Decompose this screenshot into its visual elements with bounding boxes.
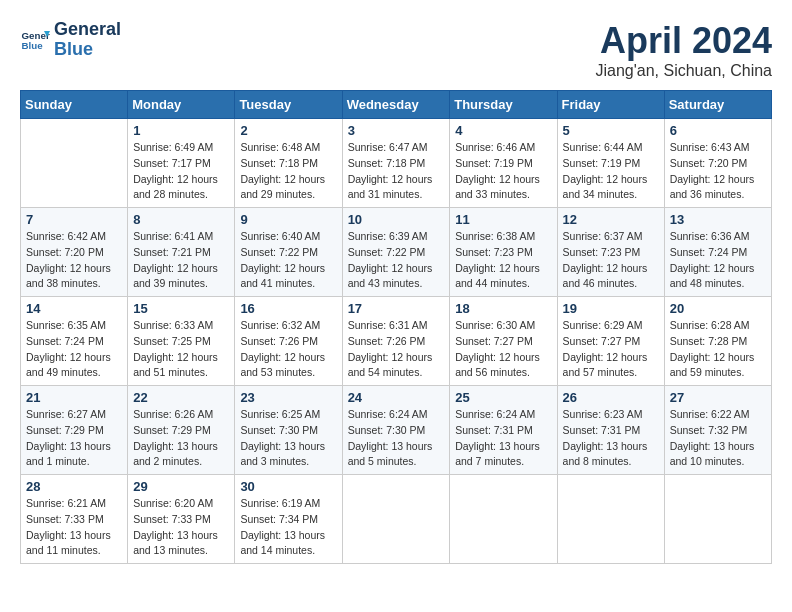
- day-info: Sunrise: 6:26 AMSunset: 7:29 PMDaylight:…: [133, 407, 229, 470]
- day-info: Sunrise: 6:39 AMSunset: 7:22 PMDaylight:…: [348, 229, 445, 292]
- day-info: Sunrise: 6:36 AMSunset: 7:24 PMDaylight:…: [670, 229, 766, 292]
- day-number: 10: [348, 212, 445, 227]
- weekday-header: Thursday: [450, 91, 557, 119]
- calendar-table: SundayMondayTuesdayWednesdayThursdayFrid…: [20, 90, 772, 564]
- calendar-cell: 3Sunrise: 6:47 AMSunset: 7:18 PMDaylight…: [342, 119, 450, 208]
- day-number: 12: [563, 212, 659, 227]
- day-number: 21: [26, 390, 122, 405]
- month-title: April 2024: [595, 20, 772, 62]
- calendar-cell: 21Sunrise: 6:27 AMSunset: 7:29 PMDayligh…: [21, 386, 128, 475]
- day-number: 23: [240, 390, 336, 405]
- day-info: Sunrise: 6:41 AMSunset: 7:21 PMDaylight:…: [133, 229, 229, 292]
- day-info: Sunrise: 6:35 AMSunset: 7:24 PMDaylight:…: [26, 318, 122, 381]
- day-number: 29: [133, 479, 229, 494]
- calendar-cell: 23Sunrise: 6:25 AMSunset: 7:30 PMDayligh…: [235, 386, 342, 475]
- day-info: Sunrise: 6:22 AMSunset: 7:32 PMDaylight:…: [670, 407, 766, 470]
- calendar-cell: 10Sunrise: 6:39 AMSunset: 7:22 PMDayligh…: [342, 208, 450, 297]
- day-number: 24: [348, 390, 445, 405]
- logo: General Blue General Blue: [20, 20, 121, 60]
- day-number: 13: [670, 212, 766, 227]
- calendar-cell: 7Sunrise: 6:42 AMSunset: 7:20 PMDaylight…: [21, 208, 128, 297]
- calendar-cell: 30Sunrise: 6:19 AMSunset: 7:34 PMDayligh…: [235, 475, 342, 564]
- day-info: Sunrise: 6:37 AMSunset: 7:23 PMDaylight:…: [563, 229, 659, 292]
- svg-text:Blue: Blue: [22, 40, 44, 51]
- day-info: Sunrise: 6:33 AMSunset: 7:25 PMDaylight:…: [133, 318, 229, 381]
- day-number: 30: [240, 479, 336, 494]
- calendar-cell: 6Sunrise: 6:43 AMSunset: 7:20 PMDaylight…: [664, 119, 771, 208]
- day-info: Sunrise: 6:19 AMSunset: 7:34 PMDaylight:…: [240, 496, 336, 559]
- day-number: 6: [670, 123, 766, 138]
- calendar-cell: 2Sunrise: 6:48 AMSunset: 7:18 PMDaylight…: [235, 119, 342, 208]
- calendar-cell: 8Sunrise: 6:41 AMSunset: 7:21 PMDaylight…: [128, 208, 235, 297]
- day-number: 25: [455, 390, 551, 405]
- calendar-cell: 13Sunrise: 6:36 AMSunset: 7:24 PMDayligh…: [664, 208, 771, 297]
- weekday-header: Monday: [128, 91, 235, 119]
- day-number: 1: [133, 123, 229, 138]
- calendar-cell: 17Sunrise: 6:31 AMSunset: 7:26 PMDayligh…: [342, 297, 450, 386]
- day-info: Sunrise: 6:38 AMSunset: 7:23 PMDaylight:…: [455, 229, 551, 292]
- day-info: Sunrise: 6:28 AMSunset: 7:28 PMDaylight:…: [670, 318, 766, 381]
- day-info: Sunrise: 6:48 AMSunset: 7:18 PMDaylight:…: [240, 140, 336, 203]
- calendar-cell: 5Sunrise: 6:44 AMSunset: 7:19 PMDaylight…: [557, 119, 664, 208]
- day-info: Sunrise: 6:49 AMSunset: 7:17 PMDaylight:…: [133, 140, 229, 203]
- calendar-cell: 11Sunrise: 6:38 AMSunset: 7:23 PMDayligh…: [450, 208, 557, 297]
- calendar-cell: [21, 119, 128, 208]
- day-info: Sunrise: 6:47 AMSunset: 7:18 PMDaylight:…: [348, 140, 445, 203]
- logo-text: General Blue: [54, 20, 121, 60]
- calendar-cell: 20Sunrise: 6:28 AMSunset: 7:28 PMDayligh…: [664, 297, 771, 386]
- day-info: Sunrise: 6:24 AMSunset: 7:30 PMDaylight:…: [348, 407, 445, 470]
- calendar-cell: [450, 475, 557, 564]
- calendar-cell: 4Sunrise: 6:46 AMSunset: 7:19 PMDaylight…: [450, 119, 557, 208]
- calendar-cell: 28Sunrise: 6:21 AMSunset: 7:33 PMDayligh…: [21, 475, 128, 564]
- day-info: Sunrise: 6:42 AMSunset: 7:20 PMDaylight:…: [26, 229, 122, 292]
- calendar-header: SundayMondayTuesdayWednesdayThursdayFrid…: [21, 91, 772, 119]
- calendar-cell: 15Sunrise: 6:33 AMSunset: 7:25 PMDayligh…: [128, 297, 235, 386]
- logo-icon: General Blue: [20, 25, 50, 55]
- weekday-header: Friday: [557, 91, 664, 119]
- calendar-cell: [664, 475, 771, 564]
- day-number: 9: [240, 212, 336, 227]
- day-number: 14: [26, 301, 122, 316]
- day-number: 26: [563, 390, 659, 405]
- day-info: Sunrise: 6:46 AMSunset: 7:19 PMDaylight:…: [455, 140, 551, 203]
- calendar-cell: 25Sunrise: 6:24 AMSunset: 7:31 PMDayligh…: [450, 386, 557, 475]
- day-info: Sunrise: 6:31 AMSunset: 7:26 PMDaylight:…: [348, 318, 445, 381]
- weekday-header: Saturday: [664, 91, 771, 119]
- day-number: 5: [563, 123, 659, 138]
- day-number: 8: [133, 212, 229, 227]
- day-info: Sunrise: 6:29 AMSunset: 7:27 PMDaylight:…: [563, 318, 659, 381]
- weekday-header: Tuesday: [235, 91, 342, 119]
- day-number: 3: [348, 123, 445, 138]
- day-number: 7: [26, 212, 122, 227]
- day-number: 16: [240, 301, 336, 316]
- calendar-cell: 18Sunrise: 6:30 AMSunset: 7:27 PMDayligh…: [450, 297, 557, 386]
- calendar-cell: 24Sunrise: 6:24 AMSunset: 7:30 PMDayligh…: [342, 386, 450, 475]
- day-info: Sunrise: 6:43 AMSunset: 7:20 PMDaylight:…: [670, 140, 766, 203]
- day-number: 11: [455, 212, 551, 227]
- calendar-body: 1Sunrise: 6:49 AMSunset: 7:17 PMDaylight…: [21, 119, 772, 564]
- calendar-cell: 22Sunrise: 6:26 AMSunset: 7:29 PMDayligh…: [128, 386, 235, 475]
- title-block: April 2024 Jiang'an, Sichuan, China: [595, 20, 772, 80]
- day-info: Sunrise: 6:21 AMSunset: 7:33 PMDaylight:…: [26, 496, 122, 559]
- weekday-header: Wednesday: [342, 91, 450, 119]
- day-info: Sunrise: 6:44 AMSunset: 7:19 PMDaylight:…: [563, 140, 659, 203]
- calendar-cell: 19Sunrise: 6:29 AMSunset: 7:27 PMDayligh…: [557, 297, 664, 386]
- calendar-cell: 9Sunrise: 6:40 AMSunset: 7:22 PMDaylight…: [235, 208, 342, 297]
- weekday-header: Sunday: [21, 91, 128, 119]
- calendar-cell: 12Sunrise: 6:37 AMSunset: 7:23 PMDayligh…: [557, 208, 664, 297]
- day-info: Sunrise: 6:23 AMSunset: 7:31 PMDaylight:…: [563, 407, 659, 470]
- day-info: Sunrise: 6:32 AMSunset: 7:26 PMDaylight:…: [240, 318, 336, 381]
- day-number: 17: [348, 301, 445, 316]
- day-info: Sunrise: 6:30 AMSunset: 7:27 PMDaylight:…: [455, 318, 551, 381]
- calendar-cell: [342, 475, 450, 564]
- day-number: 15: [133, 301, 229, 316]
- location: Jiang'an, Sichuan, China: [595, 62, 772, 80]
- day-number: 27: [670, 390, 766, 405]
- day-info: Sunrise: 6:20 AMSunset: 7:33 PMDaylight:…: [133, 496, 229, 559]
- calendar-cell: 27Sunrise: 6:22 AMSunset: 7:32 PMDayligh…: [664, 386, 771, 475]
- calendar-cell: 14Sunrise: 6:35 AMSunset: 7:24 PMDayligh…: [21, 297, 128, 386]
- day-info: Sunrise: 6:40 AMSunset: 7:22 PMDaylight:…: [240, 229, 336, 292]
- calendar-cell: 16Sunrise: 6:32 AMSunset: 7:26 PMDayligh…: [235, 297, 342, 386]
- day-number: 20: [670, 301, 766, 316]
- day-number: 4: [455, 123, 551, 138]
